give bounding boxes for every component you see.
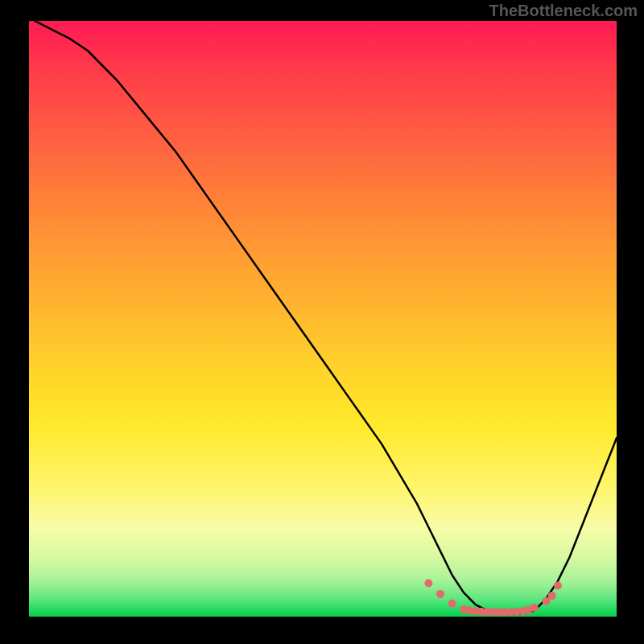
watermark-text: TheBottleneck.com: [489, 2, 638, 20]
chart-container: TheBottleneck.com: [0, 0, 644, 644]
bottleneck-curve: [35, 21, 617, 614]
plot-area: [29, 21, 617, 617]
highlight-dot: [554, 582, 562, 590]
highlight-dot: [448, 600, 456, 608]
chart-svg: [29, 21, 617, 617]
highlight-dot: [436, 590, 444, 598]
highlight-dot: [530, 604, 539, 612]
highlight-dot: [424, 580, 432, 588]
highlight-dot: [548, 592, 556, 600]
